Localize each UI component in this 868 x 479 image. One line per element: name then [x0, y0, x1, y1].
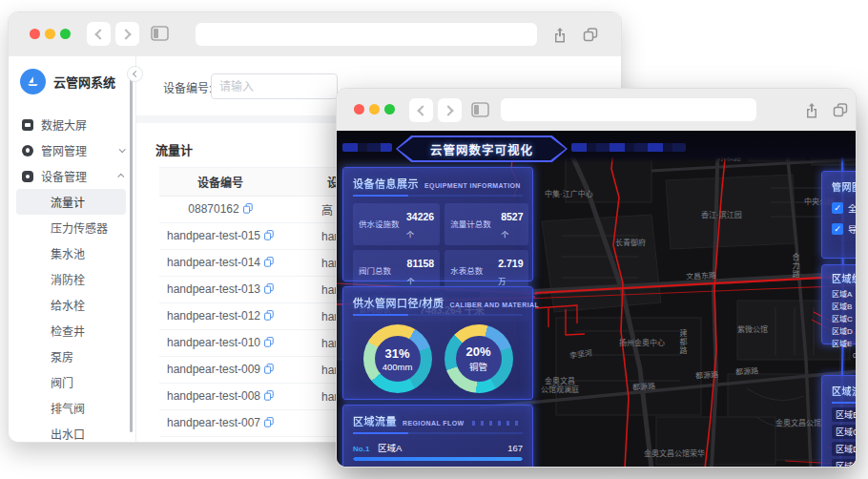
sidebar: 云管网系统 数据大屏 管网管理 设备管理 [9, 56, 136, 442]
panel-subtitle: CALIBER AND MATERIAL [450, 302, 540, 308]
copy-icon[interactable] [264, 337, 274, 350]
panel-decoration [472, 421, 523, 426]
device-id: handpear-test-010 [167, 336, 260, 349]
dashboard-icon [22, 119, 33, 131]
address-bar[interactable] [501, 98, 756, 121]
device-id: handpear-test-008 [167, 389, 260, 403]
device-id-filter-input[interactable] [211, 73, 338, 99]
sidebar-subitem-pump-house[interactable]: 泵房 [16, 344, 126, 369]
sidebar-toggle-button[interactable] [148, 22, 171, 45]
map-label: 建都路 [678, 329, 687, 355]
sidebar-item-device-management[interactable]: 设备管理 [9, 163, 135, 189]
minimize-window-button[interactable] [369, 104, 380, 115]
app-logo-icon [20, 69, 46, 94]
title-underline [353, 195, 523, 197]
region-flow-row: 区域B [832, 407, 856, 422]
flow-row: No.2 区域C 123 [353, 465, 523, 467]
region-flow-list-panel: 区域流量 区域B 区域C 区域D 区域E [821, 375, 856, 467]
sidebar-subitem-valve[interactable]: 阀门 [16, 369, 126, 395]
region-stats-panel: 区域统计 区域A 区域B 区域C 区域D 区域E 0 [821, 264, 856, 344]
zoom-window-button[interactable] [60, 29, 71, 39]
sidebar-item-data-screen[interactable]: 数据大屏 [9, 112, 135, 137]
app-logo: 云管网系统 [9, 56, 135, 106]
address-bar[interactable] [196, 23, 537, 46]
copy-icon[interactable] [264, 310, 274, 323]
share-button[interactable] [548, 23, 571, 46]
sidebar-item-pipe-management[interactable]: 管网管理 [9, 137, 135, 163]
material-donut-chart: 20% 铜管 [444, 324, 513, 393]
title-underline [353, 314, 523, 316]
map-label: 金奥文昌公馆荣华 [644, 449, 705, 458]
stat-flowmeters: 流量计总数 8527个 [444, 203, 528, 245]
card-title: 流量计 [155, 140, 193, 158]
map-label: 紫微公馆 [737, 325, 768, 334]
desktop: 云管网系统 数据大屏 管网管理 设备管理 [0, 0, 868, 479]
copy-icon[interactable] [243, 203, 253, 217]
legend-item[interactable]: 区域A [832, 288, 856, 298]
gis-dashboard: 中集·江广中心 乐和路 香江·滨江园 长青御府 中央公园 文昌东路 都源路 都源… [337, 131, 856, 467]
copy-icon[interactable] [264, 283, 274, 297]
sidebar-collapse-button[interactable] [127, 66, 143, 82]
sidebar-subitem-inspection-well[interactable]: 检查井 [16, 318, 126, 344]
device-id: handpear-test-009 [167, 363, 260, 376]
layer-option-import[interactable]: ✓ 导入 [832, 222, 856, 236]
region-flow-row: 区域D [832, 442, 856, 456]
browser-titlebar [337, 89, 856, 131]
caliber-donut-chart: 31% 400mm [363, 324, 432, 393]
sidebar-subitem-pressure-sensor[interactable]: 压力传感器 [16, 215, 126, 240]
map-label: 都源路 [735, 366, 759, 377]
copy-icon[interactable] [264, 364, 274, 377]
panel-subtitle: EQUIPMENT INFORMATION [424, 182, 521, 189]
device-id: handpear-test-014 [167, 256, 260, 269]
axis-origin-label: 0 [832, 351, 856, 360]
map-label: 长青御府 [615, 239, 646, 247]
legend-item[interactable]: 区域D [832, 325, 856, 335]
rank-label: No.1 [353, 445, 378, 453]
copy-icon[interactable] [264, 257, 274, 270]
map-label: 都源路 [695, 370, 719, 381]
sidebar-subitem-outlet[interactable]: 出水口 [16, 421, 126, 443]
legend-item[interactable]: 区域C [832, 313, 856, 323]
sidebar-toggle-button[interactable] [468, 98, 491, 121]
stat-water-facilities: 供水设施数 34226个 [353, 203, 440, 245]
share-button[interactable] [800, 98, 823, 121]
tabs-icon [833, 102, 848, 117]
sidebar-scrollbar[interactable] [130, 75, 133, 432]
panel-title: 区域统计 [832, 271, 856, 285]
sidebar-subitem-exhaust-valve[interactable]: 排气阀 [16, 395, 126, 421]
sidebar-subitem-water-hydrant[interactable]: 给水栓 [16, 292, 126, 318]
legend-item[interactable]: 区域E [832, 338, 856, 347]
close-window-button[interactable] [354, 104, 364, 115]
sidebar-subitem-fire-hydrant[interactable]: 消防栓 [16, 266, 126, 292]
region-value: 167 [507, 443, 523, 453]
map-label: 扬州金奥中心 [619, 339, 665, 347]
sidebar-menu: 数据大屏 管网管理 设备管理 流量计 压力传感器 集水池 [9, 112, 135, 443]
copy-icon[interactable] [264, 390, 274, 404]
forward-button[interactable] [115, 22, 139, 46]
panel-title: 供水管网口径/材质 [353, 295, 444, 310]
device-icon [22, 171, 33, 182]
copy-icon[interactable] [264, 230, 274, 243]
share-icon [552, 27, 568, 43]
minimize-window-button[interactable] [45, 29, 55, 39]
device-id: handpear-test-012 [167, 309, 260, 323]
map-label: 中集·江广中心 [545, 190, 593, 198]
zoom-window-button[interactable] [384, 104, 395, 115]
back-button[interactable] [409, 98, 433, 122]
checkbox-checked-icon[interactable]: ✓ [832, 223, 843, 235]
sidebar-subitem-sump[interactable]: 集水池 [16, 240, 126, 266]
legend-item[interactable]: 区域B [832, 301, 856, 310]
forward-button[interactable] [438, 98, 462, 122]
copy-icon[interactable] [264, 417, 274, 430]
close-window-button[interactable] [30, 29, 40, 39]
share-icon [804, 102, 819, 118]
back-button[interactable] [87, 22, 111, 46]
chevron-left-icon [417, 105, 427, 115]
device-id: handpear-test-013 [167, 282, 260, 296]
sidebar-subitem-flowmeter[interactable]: 流量计 [16, 189, 126, 215]
tabs-overview-button[interactable] [829, 98, 852, 121]
checkbox-checked-icon[interactable]: ✓ [832, 202, 843, 214]
layer-option-select-all[interactable]: ✓ 全选 [832, 201, 856, 215]
app-title: 云管网系统 [53, 73, 115, 91]
tabs-overview-button[interactable] [579, 23, 602, 46]
